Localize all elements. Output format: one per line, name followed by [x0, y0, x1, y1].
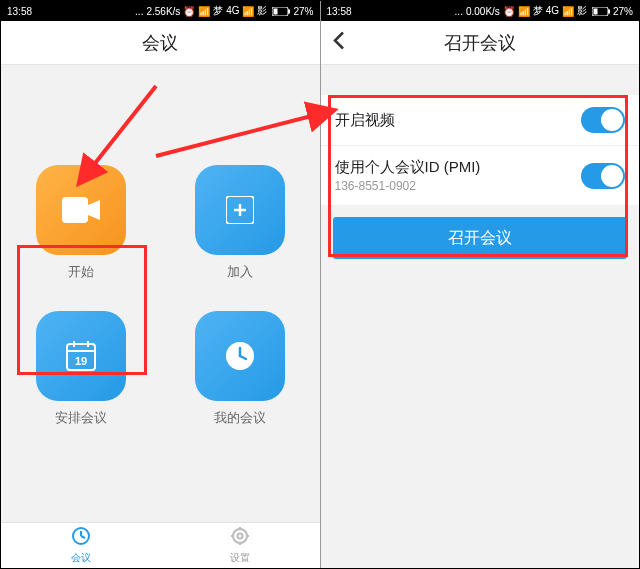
header: 会议 — [1, 21, 320, 65]
svg-rect-25 — [608, 9, 610, 13]
tile-my-meetings-label: 我的会议 — [214, 409, 266, 427]
tile-start[interactable]: 开始 — [1, 165, 160, 281]
svg-rect-26 — [593, 8, 597, 14]
toggle-enable-video[interactable] — [581, 107, 625, 133]
status-carrier1: 梦 4G — [533, 4, 559, 18]
tile-start-label: 开始 — [68, 263, 94, 281]
battery-icon — [270, 7, 290, 16]
nav-settings[interactable]: 设置 — [160, 523, 319, 568]
status-carrier1: 梦 4G — [213, 4, 239, 18]
plus-icon — [195, 165, 285, 255]
alarm-icon: ⏰ — [183, 6, 195, 17]
back-button[interactable] — [333, 31, 345, 54]
status-battery-pct: 27% — [293, 6, 313, 17]
page-title: 会议 — [142, 31, 178, 55]
signal-icon: 📶 — [518, 6, 530, 17]
row-enable-video[interactable]: 开启视频 — [321, 95, 640, 146]
bottom-nav: 会议 设置 — [1, 522, 320, 568]
svg-point-19 — [237, 534, 242, 539]
status-time: 13:58 — [7, 6, 32, 17]
alarm-icon: ⏰ — [503, 6, 515, 17]
nav-meetings-label: 会议 — [71, 551, 91, 565]
status-bar: 13:58 ... 0.00K/s ⏰ 📶 梦 4G 📶 影 27% — [321, 1, 640, 21]
header: 召开会议 — [321, 21, 640, 65]
svg-line-17 — [81, 536, 85, 538]
status-speed: 0.00K/s — [466, 6, 500, 17]
signal-icon: 📶 — [242, 6, 254, 17]
tile-join[interactable]: 加入 — [160, 165, 319, 281]
tile-schedule-label: 安排会议 — [55, 409, 107, 427]
svg-point-18 — [233, 529, 247, 543]
status-speed: 2.56K/s — [146, 6, 180, 17]
tile-join-label: 加入 — [227, 263, 253, 281]
status-battery-pct: 27% — [613, 6, 633, 17]
content: 开启视频 使用个人会议ID (PMI) 136-8551-0902 召开会议 — [321, 65, 640, 568]
toggle-use-pmi[interactable] — [581, 163, 625, 189]
svg-rect-2 — [274, 8, 278, 14]
status-bar: 13:58 ... 2.56K/s ⏰ 📶 梦 4G 📶 影 27% — [1, 1, 320, 21]
gear-icon — [230, 526, 250, 550]
start-meeting-button-label: 召开会议 — [448, 228, 512, 249]
tile-my-meetings[interactable]: 我的会议 — [160, 311, 319, 427]
svg-text:19: 19 — [75, 355, 87, 367]
content: 开始 加入 19 安排会议 — [1, 65, 320, 522]
status-time: 13:58 — [327, 6, 352, 17]
svg-rect-1 — [288, 9, 290, 13]
page-title: 召开会议 — [444, 31, 516, 55]
video-camera-icon — [36, 165, 126, 255]
nav-settings-label: 设置 — [230, 551, 250, 565]
clock-icon — [195, 311, 285, 401]
nav-meetings[interactable]: 会议 — [1, 523, 160, 568]
clock-icon — [71, 526, 91, 550]
row-pmi-value: 136-8551-0902 — [335, 179, 481, 193]
start-meeting-button[interactable]: 召开会议 — [333, 217, 628, 259]
status-carrier2: 影 — [577, 4, 587, 18]
signal-icon: 📶 — [562, 6, 574, 17]
battery-icon — [590, 7, 610, 16]
row-use-pmi-label: 使用个人会议ID (PMI) — [335, 158, 481, 177]
calendar-icon: 19 — [36, 311, 126, 401]
svg-rect-3 — [62, 197, 88, 223]
signal-icon: 📶 — [198, 6, 210, 17]
row-enable-video-label: 开启视频 — [335, 111, 395, 130]
tile-schedule[interactable]: 19 安排会议 — [1, 311, 160, 427]
status-carrier2: 影 — [257, 4, 267, 18]
row-use-pmi[interactable]: 使用个人会议ID (PMI) 136-8551-0902 — [321, 146, 640, 205]
